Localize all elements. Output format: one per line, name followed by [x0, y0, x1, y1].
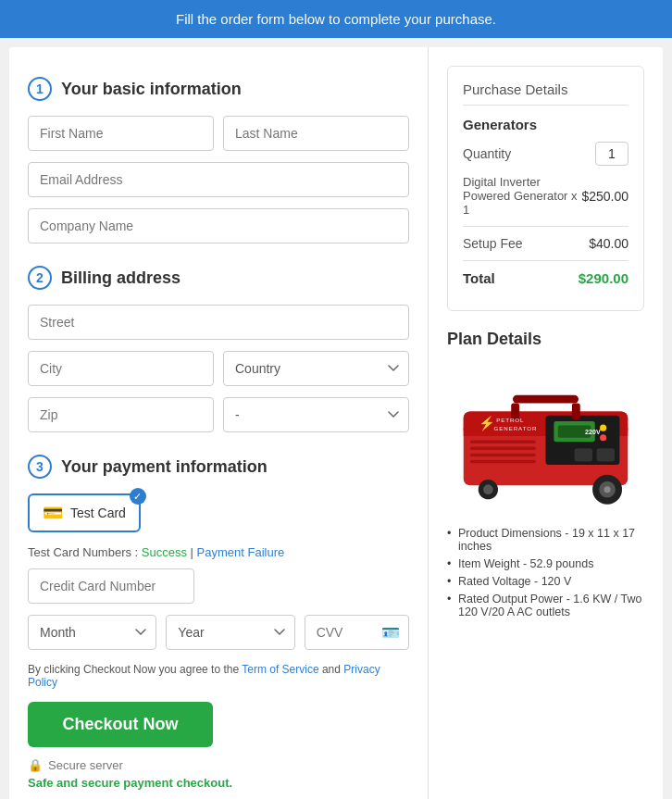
setup-label: Setup Fee	[463, 236, 523, 251]
product-price: $250.00	[581, 189, 628, 204]
check-badge: ✓	[130, 488, 146, 505]
plan-details-list: Product Dimensions - 19 x 11 x 17 inches…	[447, 527, 644, 618]
svg-point-21	[483, 484, 493, 494]
svg-text:GENERATOR: GENERATOR	[494, 425, 538, 431]
company-input[interactable]	[28, 208, 409, 243]
email-row	[28, 162, 409, 197]
product-price-row: Digital Inverter Powered Generator x 1 $…	[463, 175, 628, 217]
city-input[interactable]	[28, 351, 214, 386]
top-banner: Fill the order form below to complete yo…	[0, 0, 672, 38]
total-label: Total	[463, 270, 495, 286]
section3-number: 3	[28, 455, 52, 479]
year-select[interactable]: Year 2024202520262027	[166, 615, 294, 650]
total-row: Total $290.00	[463, 270, 628, 286]
section1-title: Your basic information	[61, 80, 242, 99]
product-desc: Digital Inverter Powered Generator x 1	[463, 175, 581, 217]
cvv-wrapper: 🪪	[305, 615, 409, 650]
secure-label: Secure server	[48, 758, 123, 772]
plan-detail-3: Rated Output Power - 1.6 KW / Two 120 V/…	[447, 593, 644, 618]
svg-rect-8	[575, 448, 593, 461]
safe-text-3: checkout.	[173, 776, 232, 790]
success-link[interactable]: Success	[142, 545, 187, 559]
section3-header: 3 Your payment information	[28, 455, 409, 479]
state-select[interactable]: -	[223, 397, 409, 432]
terms-text: By clicking Checkout Now you agree to th…	[28, 663, 409, 689]
svg-rect-16	[470, 460, 536, 464]
plan-title: Plan Details	[447, 330, 644, 349]
safe-text-1: Safe and	[28, 776, 81, 790]
last-name-input[interactable]	[223, 116, 409, 151]
city-country-row: Country	[28, 351, 409, 386]
zip-state-row: -	[28, 397, 409, 432]
checkout-button[interactable]: Checkout Now	[28, 702, 213, 747]
section1-number: 1	[28, 77, 52, 101]
svg-text:220V: 220V	[585, 429, 601, 436]
svg-rect-12	[572, 404, 580, 420]
expiry-cvv-row: Month 01020304 05060708 09101112 Year 20…	[28, 615, 409, 650]
cc-number-row	[28, 568, 409, 604]
plan-detail-2: Rated Voltage - 120 V	[447, 575, 644, 588]
svg-rect-10	[513, 395, 579, 404]
separator: |	[191, 545, 193, 559]
purchase-title: Purchase Details	[463, 81, 628, 106]
tos-link[interactable]: Term of Service	[242, 663, 318, 676]
terms-middle: and	[322, 663, 343, 676]
product-name: Generators	[463, 117, 628, 132]
left-panel: 1 Your basic information 2 Billing addre…	[9, 47, 429, 799]
right-panel: Purchase Details Generators Quantity 1 D…	[429, 47, 663, 799]
card-option[interactable]: 💳 Test Card ✓	[28, 493, 141, 532]
cvv-card-icon: 🪪	[381, 624, 400, 642]
generator-image: 220V ⚡ PETROL GENERATOR	[447, 362, 644, 514]
total-price: $290.00	[579, 270, 628, 286]
purchase-box: Purchase Details Generators Quantity 1 D…	[447, 66, 644, 311]
section2-number: 2	[28, 266, 52, 290]
email-input[interactable]	[28, 162, 409, 197]
svg-rect-13	[470, 440, 536, 443]
test-card-info: Test Card Numbers : Success | Payment Fa…	[28, 545, 409, 559]
section3-title: Your payment information	[61, 457, 268, 477]
setup-price: $40.00	[589, 236, 628, 251]
svg-text:⚡: ⚡	[479, 415, 495, 431]
failure-link[interactable]: Payment Failure	[197, 545, 285, 559]
divider2	[463, 260, 628, 261]
country-select[interactable]: Country	[223, 351, 409, 386]
section1-header: 1 Your basic information	[28, 77, 409, 101]
safe-text: Safe and secure payment checkout.	[28, 776, 409, 790]
lock-icon: 🔒	[28, 758, 43, 772]
svg-text:PETROL: PETROL	[496, 417, 524, 423]
quantity-row: Quantity 1	[463, 142, 628, 166]
month-select[interactable]: Month 01020304 05060708 09101112	[28, 615, 156, 650]
name-row	[28, 116, 409, 151]
credit-card-input[interactable]	[28, 568, 194, 604]
test-card-label: Test Card Numbers :	[28, 545, 138, 559]
quantity-label: Quantity	[463, 146, 511, 161]
plan-details: Plan Details	[447, 330, 644, 618]
terms-prefix: By clicking Checkout Now you agree to th…	[28, 663, 242, 676]
plan-detail-1: Item Weight - 52.9 pounds	[447, 557, 644, 570]
svg-rect-14	[470, 447, 536, 451]
safe-text-2: secure payment	[81, 776, 173, 790]
zip-input[interactable]	[28, 397, 214, 432]
svg-point-7	[600, 434, 606, 441]
card-label: Test Card	[70, 506, 126, 520]
street-input[interactable]	[28, 305, 409, 340]
divider1	[463, 226, 628, 227]
banner-text: Fill the order form below to complete yo…	[176, 11, 496, 27]
plan-detail-0: Product Dimensions - 19 x 11 x 17 inches	[447, 527, 644, 553]
first-name-input[interactable]	[28, 116, 214, 151]
section2-header: 2 Billing address	[28, 266, 409, 290]
section2-title: Billing address	[61, 268, 180, 288]
card-icon: 💳	[43, 503, 63, 523]
svg-point-6	[600, 425, 606, 431]
svg-rect-15	[470, 454, 536, 457]
quantity-value[interactable]: 1	[595, 142, 628, 166]
secure-row: 🔒 Secure server	[28, 758, 409, 772]
svg-rect-9	[597, 448, 616, 461]
setup-fee-row: Setup Fee $40.00	[463, 236, 628, 251]
street-row	[28, 305, 409, 340]
svg-point-19	[604, 486, 611, 493]
company-row	[28, 208, 409, 243]
